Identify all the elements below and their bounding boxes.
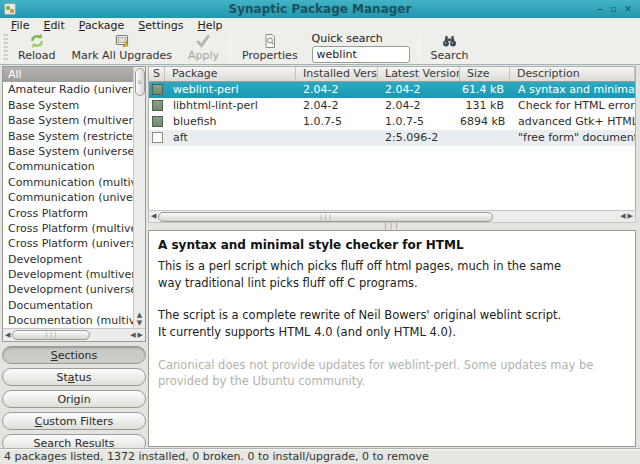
category-item[interactable]: Documentation (3, 298, 133, 313)
category-item[interactable]: Development (3, 252, 133, 267)
scroll-left-icon[interactable]: ◀ (5, 332, 10, 339)
category-item[interactable]: Base System (restricted) (3, 129, 133, 144)
category-item[interactable]: Amateur Radio (universe) (3, 82, 133, 97)
properties-button[interactable]: Properties (234, 31, 306, 63)
category-item[interactable]: Communication (universe) (3, 190, 133, 205)
category-item[interactable]: Base System (universe) (3, 144, 133, 159)
package-table: weblint-perl2.04-22.04-261.4 kBA syntax … (148, 82, 636, 210)
installed-version: 1.0.7-5 (296, 114, 378, 130)
column-header-description[interactable]: Description (510, 67, 635, 81)
apply-button[interactable]: Apply (180, 31, 227, 63)
pane-splitter[interactable]: ∣∣∣ (148, 223, 636, 230)
status-checkbox-installed[interactable] (152, 100, 163, 111)
filter-button-sections[interactable]: Sections (2, 346, 146, 364)
category-item[interactable]: Cross Platform (universe) (3, 236, 133, 251)
menu-item-settings[interactable]: Settings (131, 19, 190, 32)
content-pane: SPackageInstalled VersionLatest VersionS… (148, 66, 638, 447)
package-size (460, 130, 510, 146)
toolbar-grip[interactable] (2, 34, 8, 62)
category-item[interactable]: Base System (multiverse) (3, 113, 133, 128)
latest-version: 2:5.096-2 (378, 130, 460, 146)
package-description: A syntax and minimal style checker for H… (510, 82, 635, 98)
filter-button-origin[interactable]: Origin (2, 390, 146, 408)
status-checkbox-installed[interactable] (152, 84, 163, 95)
scroll-left-icon[interactable]: ◀ (130, 332, 135, 339)
titlebar: Synaptic Package Manager – ▫ ✕ (0, 0, 640, 18)
maximize-icon[interactable]: ▫ (610, 4, 616, 14)
package-name: aft (165, 130, 296, 146)
scrollbar-thumb[interactable]: ≡ (135, 68, 145, 96)
scroll-left-icon[interactable]: ◀ (620, 213, 625, 220)
category-item[interactable]: Communication (multiverse) (3, 175, 133, 190)
package-table-header: SPackageInstalled VersionLatest VersionS… (148, 66, 636, 82)
status-text: 4 packages listed, 1372 installed, 0 bro… (4, 450, 429, 463)
filter-buttons: SectionsStatusOriginCustom FiltersSearch… (2, 346, 146, 452)
mark-all-upgrades-label: Mark All Upgrades (71, 49, 172, 62)
category-item[interactable]: Development (multiverse) (3, 267, 133, 282)
filter-button-custom-filters[interactable]: Custom Filters (2, 412, 146, 430)
column-header-installed-version[interactable]: Installed Version (296, 67, 378, 81)
category-listbox: AllAmateur Radio (universe)Base SystemBa… (2, 66, 146, 342)
sidebar-vertical-scrollbar[interactable]: ≡ ▲ ▼ (133, 67, 145, 328)
search-button[interactable]: Search (423, 31, 477, 63)
column-header-size[interactable]: Size (460, 67, 510, 81)
category-item[interactable]: Communication (3, 159, 133, 174)
category-item[interactable]: All (3, 67, 133, 82)
reload-button[interactable]: Reload (10, 31, 63, 63)
package-description-paragraph: This is a perl script which picks fluff … (158, 258, 626, 291)
scroll-left-icon[interactable]: ◀ (151, 213, 156, 220)
package-name: libhtml-lint-perl (165, 98, 296, 114)
quick-search-input[interactable] (312, 46, 410, 63)
package-details-pane: A syntax and minimal style checker for H… (148, 230, 636, 447)
category-item[interactable]: Development (universe) (3, 282, 133, 297)
installed-version: 2.04-2 (296, 82, 378, 98)
package-row-bluefish[interactable]: bluefish1.0.7-51.0.7-56894 kBadvanced Gt… (149, 114, 635, 130)
minimize-icon[interactable]: – (598, 4, 603, 14)
close-icon[interactable]: ✕ (624, 4, 632, 14)
sidebar-horizontal-scrollbar[interactable]: ◀ ∣∣∣ ◀ ▶ (3, 328, 145, 341)
installed-version: 2.04-2 (296, 98, 378, 114)
category-item[interactable]: Cross Platform (3, 206, 133, 221)
quick-search: Quick search (306, 32, 416, 63)
package-description: "free form" document preparation system (510, 130, 635, 146)
search-icon (441, 32, 458, 49)
package-size: 6894 kB (460, 114, 510, 130)
scroll-down-icon[interactable]: ▼ (137, 320, 142, 327)
package-row-libhtml-lint-perl[interactable]: libhtml-lint-perl2.04-22.04-2131 kBCheck… (149, 98, 635, 114)
package-name: weblint-perl (165, 82, 296, 98)
menubar: FileEditPackageSettingsHelp (0, 18, 640, 32)
column-header-latest-version[interactable]: Latest Version (378, 67, 460, 81)
package-row-aft[interactable]: aft2:5.096-2"free form" document prepara… (149, 130, 635, 146)
latest-version: 1.0.7-5 (378, 114, 460, 130)
menu-item-file[interactable]: File (4, 19, 36, 32)
menu-item-package[interactable]: Package (72, 19, 132, 32)
scrollbar-thumb[interactable]: ∣∣∣ (12, 330, 90, 340)
filter-button-status[interactable]: Status (2, 368, 146, 386)
mark-all-upgrades-button[interactable]: Mark All Upgrades (63, 31, 180, 63)
installed-version (296, 130, 378, 146)
mark-all-upgrades-icon (114, 32, 130, 49)
column-header-package[interactable]: Package (165, 67, 296, 81)
properties-label: Properties (242, 49, 298, 62)
category-item[interactable]: Base System (3, 98, 133, 113)
scroll-right-icon[interactable]: ▶ (138, 332, 143, 339)
menu-item-edit[interactable]: Edit (36, 19, 71, 32)
menu-item-help[interactable]: Help (190, 19, 229, 32)
package-row-weblint-perl[interactable]: weblint-perl2.04-22.04-261.4 kBA syntax … (149, 82, 635, 98)
status-checkbox-installed[interactable] (152, 116, 163, 127)
category-item[interactable]: Documentation (multiverse) (3, 313, 133, 328)
scrollbar-thumb[interactable]: ∣∣∣ (158, 212, 493, 222)
toolbar-separator (230, 35, 231, 61)
search-label: Search (431, 49, 469, 62)
scroll-right-icon[interactable]: ▶ (628, 213, 633, 220)
properties-icon (262, 32, 278, 49)
status-checkbox-not-installed[interactable] (152, 132, 163, 143)
package-description-paragraph: The script is a complete rewrite of Neil… (158, 307, 626, 340)
scroll-up-icon[interactable]: ▲ (137, 312, 142, 319)
toolbar-separator (419, 35, 420, 61)
category-item[interactable]: Cross Platform (multiverse) (3, 221, 133, 236)
main-area: AllAmateur Radio (universe)Base SystemBa… (0, 65, 640, 448)
reload-icon (29, 32, 45, 49)
apply-icon (195, 32, 211, 49)
column-header-s[interactable]: S (149, 67, 165, 81)
